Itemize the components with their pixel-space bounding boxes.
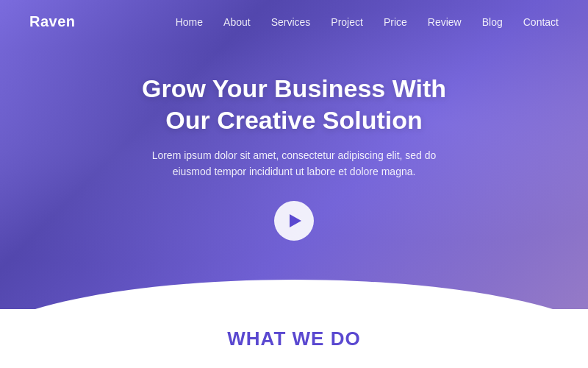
nav-links: Home About Services Project Price Review…: [176, 15, 559, 29]
nav-item-blog[interactable]: Blog: [482, 15, 503, 29]
nav-link-project[interactable]: Project: [331, 16, 363, 28]
what-we-do-section: WHAT WE DO: [0, 309, 588, 368]
nav-link-home[interactable]: Home: [176, 16, 203, 28]
nav-item-review[interactable]: Review: [428, 15, 462, 29]
play-button[interactable]: [274, 201, 314, 241]
nav-link-blog[interactable]: Blog: [482, 16, 503, 28]
what-label-black: WHAT: [227, 328, 286, 350]
nav-link-review[interactable]: Review: [428, 16, 462, 28]
hero-title: Grow Your Business With Our Creative Sol…: [15, 73, 573, 135]
nav-item-about[interactable]: About: [223, 15, 251, 29]
nav-link-about[interactable]: About: [223, 16, 251, 28]
nav-item-home[interactable]: Home: [176, 15, 203, 29]
play-icon: [290, 214, 301, 227]
navigation: Raven Home About Services Project Price …: [0, 0, 588, 43]
hero-section: Raven Home About Services Project Price …: [0, 0, 588, 309]
nav-link-services[interactable]: Services: [271, 16, 311, 28]
nav-item-project[interactable]: Project: [331, 15, 363, 29]
nav-item-price[interactable]: Price: [384, 15, 407, 29]
what-we-do-title: WHAT WE DO: [227, 328, 360, 350]
nav-item-contact[interactable]: Contact: [523, 15, 559, 29]
nav-link-contact[interactable]: Contact: [523, 16, 559, 28]
hero-subtitle: Lorem ipsum dolor sit amet, consectetur …: [147, 147, 441, 180]
nav-item-services[interactable]: Services: [271, 15, 311, 29]
nav-link-price[interactable]: Price: [384, 16, 407, 28]
brand-logo: Raven: [29, 13, 76, 30]
hero-content: Grow Your Business With Our Creative Sol…: [0, 43, 588, 241]
what-label-purple: WE DO: [293, 328, 361, 350]
